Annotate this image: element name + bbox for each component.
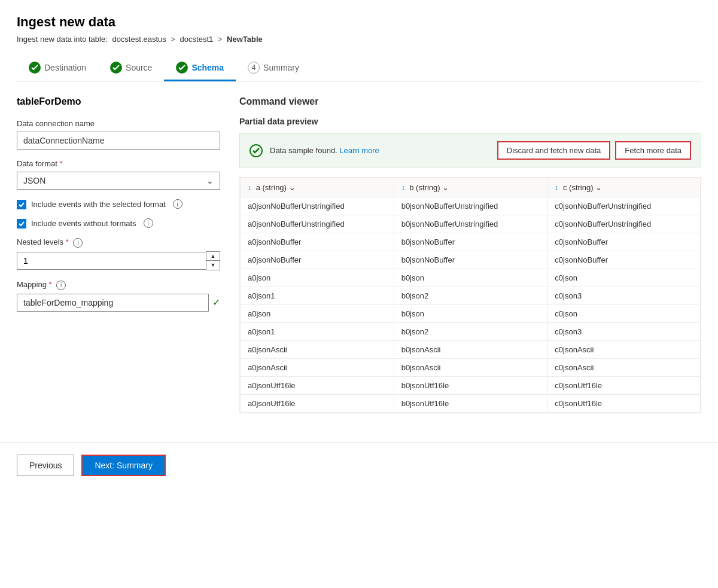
- include-no-format-info-icon[interactable]: i: [144, 218, 153, 228]
- tab-schema[interactable]: Schema: [164, 56, 236, 81]
- col-sort-icon-c: ↕: [555, 184, 558, 192]
- table-cell: b0jsonNoBuffer: [394, 251, 547, 269]
- page-title: Ingest new data: [17, 14, 701, 30]
- learn-more-link[interactable]: Learn more: [339, 146, 379, 155]
- mapping-input[interactable]: [17, 294, 209, 312]
- data-sample-text: Data sample found. Learn more: [270, 146, 490, 155]
- connection-name-input[interactable]: [17, 132, 220, 150]
- table-cell: a0jsonAscii: [241, 359, 394, 377]
- col-sort-icon-a: ↕: [248, 184, 251, 192]
- mapping-required: *: [49, 280, 52, 289]
- next-summary-button[interactable]: Next: Summary: [81, 455, 165, 476]
- tab-summary[interactable]: 4 Summary: [236, 56, 311, 81]
- mapping-label-row: Mapping * i: [17, 280, 220, 290]
- data-sample-bar: Data sample found. Learn more Discard an…: [239, 133, 701, 167]
- breadcrumb-sep1: >: [171, 35, 175, 44]
- include-no-format-checkbox[interactable]: [17, 219, 26, 229]
- include-format-info-icon[interactable]: i: [173, 199, 182, 209]
- mapping-check-icon: ✓: [212, 297, 220, 308]
- breadcrumb-sep2: >: [218, 35, 223, 44]
- nested-spin-down[interactable]: ▼: [206, 261, 220, 270]
- nested-spin-up[interactable]: ▲: [206, 252, 220, 261]
- nested-levels-input[interactable]: [17, 252, 206, 270]
- summary-number-icon: 4: [248, 62, 260, 74]
- destination-check-icon: [29, 62, 41, 74]
- discard-fetch-button[interactable]: Discard and fetch new data: [497, 141, 611, 160]
- breadcrumb: Ingest new data into table: docstest.eas…: [17, 35, 701, 44]
- mapping-info-icon[interactable]: i: [56, 281, 66, 290]
- table-row: a0jsonUtf16leb0jsonUtf16lec0jsonUtf16le: [241, 395, 701, 413]
- table-row: a0jsonb0jsonc0json: [241, 305, 701, 323]
- tab-source[interactable]: Source: [98, 56, 164, 81]
- table-cell: b0jsonNoBufferUnstringified: [394, 215, 547, 233]
- table-row: a0json1b0json2c0json3: [241, 287, 701, 305]
- col-chevron-c: ⌄: [595, 183, 602, 192]
- nested-required: *: [66, 237, 69, 246]
- table-body: a0jsonNoBufferUnstringifiedb0jsonNoBuffe…: [241, 197, 701, 413]
- table-cell: b0json2: [394, 323, 547, 341]
- footer: Previous Next: Summary: [0, 442, 718, 488]
- table-cell: c0json: [547, 269, 701, 287]
- col-header-b[interactable]: ↕ b (string) ⌄: [394, 178, 547, 197]
- partial-data-title: Partial data preview: [239, 117, 701, 126]
- table-cell: c0json3: [547, 323, 701, 341]
- table-row: a0jsonAsciib0jsonAsciic0jsonAscii: [241, 359, 701, 377]
- chevron-down-icon: ⌄: [206, 176, 214, 185]
- right-panel: Command viewer Partial data preview Data…: [239, 96, 701, 413]
- data-format-select[interactable]: JSON ⌄: [17, 172, 220, 190]
- breadcrumb-prefix: Ingest new data into table:: [17, 35, 108, 44]
- table-cell: b0jsonNoBuffer: [394, 233, 547, 251]
- table-cell: c0json3: [547, 287, 701, 305]
- left-panel: tableForDemo Data connection name Data f…: [17, 96, 220, 413]
- table-header-row: ↕ a (string) ⌄ ↕ b (string) ⌄ ↕: [241, 178, 701, 197]
- include-format-checkbox[interactable]: [17, 200, 26, 209]
- include-format-label: Include events with the selected format: [31, 199, 166, 210]
- col-sort-icon-b: ↕: [401, 184, 405, 192]
- connection-name-label: Data connection name: [17, 119, 220, 128]
- data-format-required: *: [60, 159, 63, 168]
- breadcrumb-database: docstest1: [180, 35, 214, 44]
- table-cell: b0json: [394, 305, 547, 323]
- table-row: a0jsonNoBufferb0jsonNoBufferc0jsonNoBuff…: [241, 233, 701, 251]
- source-check-icon: [110, 62, 122, 74]
- col-header-a[interactable]: ↕ a (string) ⌄: [241, 178, 394, 197]
- table-row: a0jsonb0jsonc0json: [241, 269, 701, 287]
- nested-levels-spinner: ▲ ▼: [206, 251, 220, 270]
- include-format-checkbox-row: Include events with the selected format …: [17, 199, 220, 210]
- table-row: a0jsonNoBufferb0jsonNoBufferc0jsonNoBuff…: [241, 251, 701, 269]
- table-cell: b0jsonAscii: [394, 359, 547, 377]
- tabs-nav: Destination Source Schema 4 Summary: [17, 56, 701, 82]
- table-row: a0jsonUtf16leb0jsonUtf16lec0jsonUtf16le: [241, 377, 701, 395]
- col-chevron-a: ⌄: [289, 183, 296, 192]
- nested-levels-input-wrapper: ▲ ▼: [17, 251, 220, 270]
- include-no-format-label: Include events without formats: [31, 218, 136, 229]
- nested-levels-info-icon[interactable]: i: [73, 238, 83, 248]
- table-cell: c0jsonNoBufferUnstringified: [547, 215, 701, 233]
- table-cell: a0json: [241, 305, 394, 323]
- left-section-title: tableForDemo: [17, 96, 220, 107]
- table-cell: a0jsonNoBuffer: [241, 251, 394, 269]
- command-viewer-title: Command viewer: [239, 96, 701, 107]
- tab-destination[interactable]: Destination: [17, 56, 98, 81]
- previous-button[interactable]: Previous: [17, 455, 74, 476]
- table-cell: c0jsonNoBuffer: [547, 251, 701, 269]
- breadcrumb-table: NewTable: [227, 35, 263, 44]
- tab-schema-label: Schema: [191, 63, 224, 72]
- col-chevron-b: ⌄: [442, 183, 449, 192]
- fetch-more-button[interactable]: Fetch more data: [615, 141, 691, 160]
- table-cell: a0json: [241, 269, 394, 287]
- col-header-c[interactable]: ↕ c (string) ⌄: [547, 178, 701, 197]
- tab-summary-label: Summary: [263, 63, 299, 72]
- table-row: a0jsonAsciib0jsonAsciic0jsonAscii: [241, 341, 701, 359]
- include-no-format-checkbox-row: Include events without formats i: [17, 218, 220, 229]
- data-table: ↕ a (string) ⌄ ↕ b (string) ⌄ ↕: [240, 178, 701, 413]
- table-row: a0jsonNoBufferUnstringifiedb0jsonNoBuffe…: [241, 197, 701, 215]
- table-cell: b0json: [394, 269, 547, 287]
- tab-destination-label: Destination: [44, 63, 86, 72]
- table-cell: a0jsonNoBufferUnstringified: [241, 197, 394, 215]
- action-buttons: Discard and fetch new data Fetch more da…: [497, 141, 691, 160]
- data-format-label: Data format *: [17, 159, 220, 168]
- data-sample-check-icon: [250, 144, 263, 157]
- table-cell: b0jsonAscii: [394, 341, 547, 359]
- mapping-input-row: ✓: [17, 294, 220, 312]
